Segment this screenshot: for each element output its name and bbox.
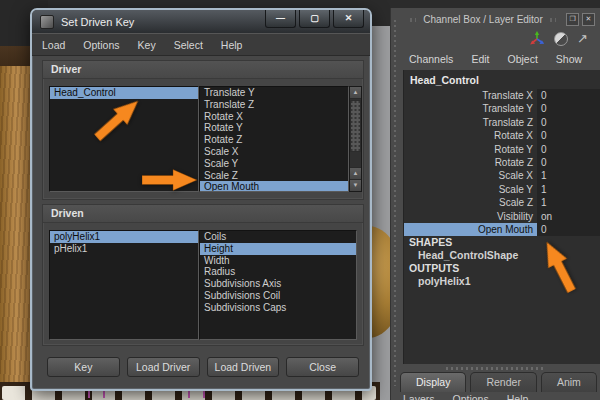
driver-attribute-item[interactable]: Translate Z: [200, 99, 348, 111]
layer-editor-menu-item[interactable]: Layers: [401, 393, 445, 400]
maximize-button[interactable]: ▢: [299, 10, 330, 28]
minimize-button[interactable]: —: [265, 10, 296, 28]
driven-object-list[interactable]: polyHelix1pHelix1: [49, 230, 199, 340]
channel[interactable]: Rotate Y0: [404, 143, 600, 156]
maya-screenshot: Set Driven Key — ▢ ✕ LoadOptionsKeySelec…: [0, 0, 600, 400]
channel[interactable]: Scale Z1: [404, 196, 600, 209]
channel-label[interactable]: Scale Y: [404, 183, 537, 196]
driven-attribute-item[interactable]: Subdivisions Caps: [200, 302, 356, 314]
channel[interactable]: Translate Y0: [404, 102, 600, 115]
driven-object-item[interactable]: pHelix1: [50, 243, 198, 255]
channel-value[interactable]: 0: [537, 102, 600, 115]
driven-header: Driven: [43, 205, 363, 223]
channel-label[interactable]: Translate Z: [404, 116, 537, 129]
dialog-menu-item[interactable]: Key: [136, 39, 166, 51]
channel[interactable]: Scale Y1: [404, 183, 600, 196]
panel-toolbar: ↗: [391, 28, 600, 49]
layer-editor-tab[interactable]: Display: [400, 372, 466, 392]
driven-object-item[interactable]: polyHelix1: [50, 231, 198, 243]
channel-label[interactable]: Rotate Y: [404, 143, 537, 156]
channel[interactable]: Scale X1: [404, 169, 600, 182]
driver-attribute-scrollbar[interactable]: ▲ ▲ ▼: [349, 86, 362, 192]
panel-drag-grip[interactable]: [394, 20, 396, 386]
close-button[interactable]: ✕: [333, 10, 364, 28]
channel-label[interactable]: Open Mouth: [404, 223, 537, 236]
driver-attribute-item[interactable]: Scale Z: [200, 170, 348, 182]
layer-editor-tab[interactable]: Render: [470, 372, 536, 392]
dialog-menu-item[interactable]: Help: [219, 39, 253, 51]
scroll-up-icon[interactable]: ▲: [350, 167, 361, 179]
channel[interactable]: Visibilityon: [404, 210, 600, 223]
panel-restore-icon[interactable]: ❐: [566, 13, 579, 26]
dialog-menu-item[interactable]: Select: [172, 39, 213, 51]
driver-attribute-item[interactable]: Rotate Z: [200, 134, 348, 146]
dialog-button[interactable]: Load Driver: [127, 357, 200, 377]
scrollbar-thumb[interactable]: [350, 100, 361, 152]
channel-value[interactable]: 0: [537, 116, 600, 129]
channel-value[interactable]: 0: [537, 143, 600, 156]
channel-label[interactable]: Rotate Z: [404, 156, 537, 169]
dialog-titlebar[interactable]: Set Driven Key — ▢ ✕: [32, 10, 370, 33]
channel-value[interactable]: 0: [537, 156, 600, 169]
manipulator-icon[interactable]: [529, 31, 545, 46]
scroll-down-icon[interactable]: ▼: [350, 179, 361, 191]
channel-label[interactable]: Translate X: [404, 89, 537, 102]
channel-value[interactable]: 0: [537, 89, 600, 102]
channel[interactable]: Translate Z0: [404, 116, 600, 129]
dialog-button[interactable]: Key: [47, 357, 120, 377]
driver-attribute-item[interactable]: Rotate X: [200, 111, 348, 123]
channel-label[interactable]: Rotate X: [404, 129, 537, 142]
driver-attribute-list[interactable]: Translate YTranslate ZRotate XRotate YRo…: [199, 86, 349, 192]
channel-label[interactable]: Translate Y: [404, 102, 537, 115]
channel-label[interactable]: Scale Z: [404, 196, 537, 209]
layer-editor-tab[interactable]: Anim: [541, 372, 597, 392]
channel-value[interactable]: on: [537, 210, 600, 223]
set-driven-key-dialog: Set Driven Key — ▢ ✕ LoadOptionsKeySelec…: [30, 8, 372, 391]
channel[interactable]: Translate X0: [404, 89, 600, 102]
speed-slider-icon[interactable]: [554, 32, 568, 46]
driven-attribute-item[interactable]: Height: [200, 243, 356, 255]
driven-attribute-item[interactable]: Radius: [200, 266, 356, 278]
channel-node-name[interactable]: Head_Control: [404, 70, 600, 89]
driver-attribute-item[interactable]: Scale X: [200, 146, 348, 158]
channel-value[interactable]: 0: [537, 129, 600, 142]
dialog-menu-item[interactable]: Options: [81, 39, 129, 51]
driven-attribute-list[interactable]: CoilsHeightWidthRadiusSubdivisions AxisS…: [199, 230, 357, 340]
layer-editor-menu-item[interactable]: Help: [505, 393, 539, 400]
driver-attribute-item[interactable]: Translate Y: [200, 87, 348, 99]
channel-label[interactable]: Visibility: [404, 210, 537, 223]
driven-attribute-item[interactable]: Width: [200, 255, 356, 267]
dialog-button[interactable]: Load Driven: [207, 357, 280, 377]
driven-attribute-item[interactable]: Subdivisions Axis: [200, 278, 356, 290]
panel-close-icon[interactable]: ✕: [582, 13, 595, 26]
driven-section: Driven polyHelix1pHelix1 CoilsHeightWidt…: [42, 204, 364, 346]
driver-attribute-item[interactable]: Scale Y: [200, 158, 348, 170]
channel-box-menu-item[interactable]: Object: [505, 53, 547, 65]
channel-box-menu-item[interactable]: Channels: [407, 53, 463, 65]
driven-attribute-item[interactable]: Coils: [200, 231, 356, 243]
channel[interactable]: Rotate X0: [404, 129, 600, 142]
channel-label[interactable]: Scale X: [404, 169, 537, 182]
layer-editor-menu-item[interactable]: Options: [451, 393, 499, 400]
panel-separator-grip[interactable]: [446, 367, 546, 370]
channel-box-menu-item[interactable]: Show: [554, 53, 592, 65]
dialog-menubar: LoadOptionsKeySelectHelp: [32, 33, 370, 56]
panel-header: Channel Box / Layer Editor ❐ ✕: [391, 8, 600, 28]
channel-value[interactable]: 0: [537, 223, 600, 236]
dialog-menu-item[interactable]: Load: [40, 39, 75, 51]
channel-value[interactable]: 1: [537, 183, 600, 196]
scroll-up-icon[interactable]: ▲: [350, 87, 361, 99]
channel-value[interactable]: 1: [537, 169, 600, 182]
channel-box-content: Head_Control Translate X0Translate Y0Tra…: [403, 70, 600, 364]
channel-value[interactable]: 1: [537, 196, 600, 209]
shape-node-name[interactable]: Head_ControlShape: [404, 249, 600, 262]
driver-attribute-item[interactable]: Open Mouth: [200, 181, 348, 192]
dialog-button[interactable]: Close: [286, 357, 359, 377]
channel-box-menu-item[interactable]: Edit: [469, 53, 499, 65]
channel[interactable]: Rotate Z0: [404, 156, 600, 169]
driver-header: Driver: [43, 61, 363, 79]
pointer-arrow-icon[interactable]: ↗: [577, 32, 588, 45]
driver-attribute-item[interactable]: Rotate Y: [200, 122, 348, 134]
driven-attribute-item[interactable]: Subdivisions Coil: [200, 290, 356, 302]
channel[interactable]: Open Mouth0: [404, 223, 600, 236]
